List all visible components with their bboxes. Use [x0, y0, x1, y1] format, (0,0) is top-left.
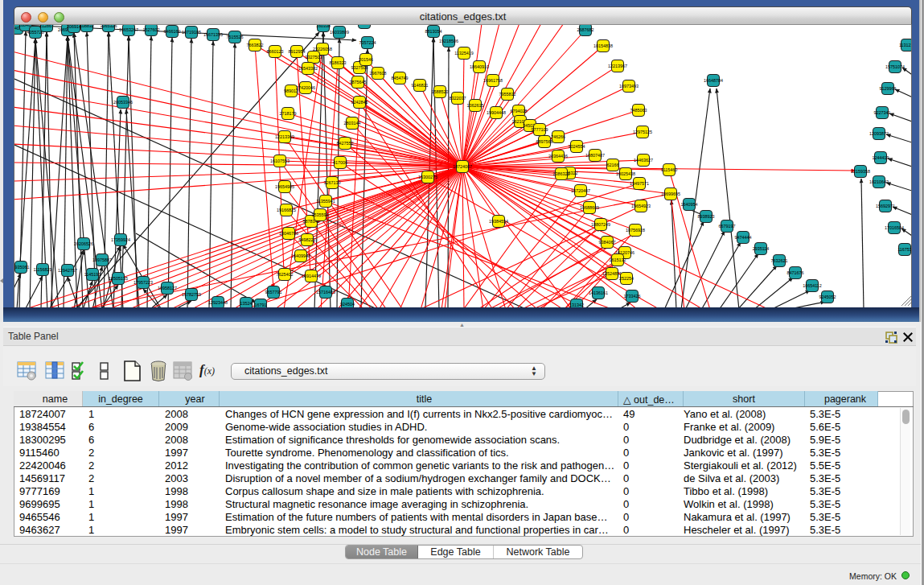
svg-text:2718179: 2718179 — [280, 111, 297, 116]
svg-text:2803144: 2803144 — [344, 121, 361, 126]
svg-text:16648784: 16648784 — [704, 78, 723, 83]
svg-text:3024554: 3024554 — [569, 144, 585, 149]
svg-text:16782759: 16782759 — [182, 292, 201, 297]
svg-text:1615132: 1615132 — [610, 257, 626, 262]
svg-text:10025438: 10025438 — [616, 171, 635, 176]
svg-text:13524: 13524 — [240, 301, 253, 306]
svg-text:20206526: 20206526 — [74, 241, 93, 246]
svg-text:1535594: 1535594 — [312, 212, 329, 217]
svg-text:212867: 212867 — [39, 25, 54, 28]
svg-text:16914479: 16914479 — [302, 274, 321, 278]
svg-text:18807249: 18807249 — [591, 222, 610, 227]
svg-text:9129966: 9129966 — [880, 86, 897, 91]
svg-text:2386322: 2386322 — [553, 171, 570, 176]
svg-text:8186323: 8186323 — [330, 60, 347, 65]
svg-text:9384067: 9384067 — [599, 240, 616, 245]
svg-text:19904448: 19904448 — [487, 110, 506, 115]
svg-text:27420046: 27420046 — [296, 85, 315, 90]
svg-text:1131211: 1131211 — [899, 43, 912, 47]
svg-text:17016504: 17016504 — [885, 225, 904, 230]
svg-text:10719185: 10719185 — [182, 30, 201, 35]
svg-text:16409948: 16409948 — [291, 253, 310, 258]
svg-text:11355941: 11355941 — [316, 199, 335, 204]
svg-text:10154838: 10154838 — [593, 43, 613, 48]
svg-text:7357224: 7357224 — [359, 40, 376, 45]
svg-text:12093872: 12093872 — [869, 131, 889, 136]
svg-text:18724007: 18724007 — [453, 164, 472, 169]
svg-text:17957223: 17957223 — [133, 280, 153, 285]
svg-text:11156829: 11156829 — [33, 267, 51, 272]
svg-text:10958127: 10958127 — [158, 286, 177, 290]
svg-text:9242845: 9242845 — [351, 100, 368, 105]
svg-text:12505135: 12505135 — [109, 276, 128, 281]
svg-text:9146821: 9146821 — [412, 83, 429, 88]
svg-text:20053346: 20053346 — [113, 100, 133, 105]
svg-text:9227341: 9227341 — [874, 110, 891, 115]
svg-text:15720407: 15720407 — [571, 188, 590, 193]
svg-text:10653267: 10653267 — [119, 27, 138, 32]
svg-text:8813054: 8813054 — [425, 29, 442, 34]
svg-text:12213369: 12213369 — [275, 134, 294, 139]
svg-text:5498222: 5498222 — [299, 237, 316, 242]
svg-text:14463627: 14463627 — [634, 158, 653, 163]
svg-text:7955812: 7955812 — [499, 92, 516, 97]
svg-text:16961758: 16961758 — [483, 78, 503, 83]
svg-text:8322037: 8322037 — [450, 96, 466, 101]
svg-text:10756928: 10756928 — [626, 228, 645, 233]
svg-text:108832: 108832 — [80, 25, 94, 28]
svg-text:746266: 746266 — [551, 134, 565, 139]
svg-text:160338: 160338 — [316, 25, 331, 28]
svg-text:10807487: 10807487 — [585, 153, 605, 158]
svg-text:18640910: 18640910 — [470, 64, 489, 69]
svg-text:7632621: 7632621 — [771, 258, 788, 263]
svg-text:12213967: 12213967 — [608, 64, 627, 68]
svg-text:8912954: 8912954 — [289, 49, 306, 54]
svg-text:1640954: 1640954 — [681, 202, 698, 207]
svg-text:9245052: 9245052 — [819, 295, 836, 299]
svg-text:10699695: 10699695 — [661, 192, 680, 196]
svg-text:12942757: 12942757 — [58, 268, 77, 273]
svg-text:9115460: 9115460 — [661, 167, 678, 172]
svg-text:10975887: 10975887 — [92, 257, 112, 262]
svg-text:8938923: 8938923 — [698, 214, 715, 219]
svg-text:417006: 417006 — [333, 160, 347, 165]
svg-text:1362615: 1362615 — [467, 103, 484, 108]
svg-text:10046786: 10046786 — [279, 231, 298, 236]
svg-text:9327503: 9327503 — [306, 55, 322, 60]
svg-text:15751074: 15751074 — [885, 64, 905, 69]
svg-text:9657791: 9657791 — [265, 290, 282, 295]
svg-text:7485063: 7485063 — [630, 108, 647, 113]
svg-text:2967608: 2967608 — [370, 71, 387, 76]
svg-text:1145193: 1145193 — [84, 272, 101, 277]
svg-text:116753: 116753 — [897, 247, 912, 252]
svg-text:15716485: 15716485 — [316, 290, 335, 295]
svg-text:1733426: 1733426 — [624, 294, 641, 299]
svg-text:62166: 62166 — [607, 163, 619, 167]
svg-text:12159358: 12159358 — [851, 169, 870, 174]
svg-text:12975125: 12975125 — [633, 130, 652, 134]
svg-text:19654985: 19654985 — [275, 184, 294, 189]
svg-text:131342: 131342 — [569, 303, 584, 307]
svg-text:201546: 201546 — [359, 57, 373, 62]
svg-text:16033809: 16033809 — [330, 30, 349, 35]
svg-text:19654923: 19654923 — [631, 204, 651, 208]
svg-text:10973493: 10973493 — [619, 84, 639, 89]
svg-text:8454749: 8454749 — [392, 76, 409, 80]
svg-text:16671355: 16671355 — [203, 32, 223, 37]
svg-text:6897568: 6897568 — [536, 139, 553, 144]
svg-text:14136161: 14136161 — [589, 290, 608, 295]
svg-text:8660123: 8660123 — [267, 49, 284, 54]
svg-text:9777109: 9777109 — [532, 127, 548, 132]
svg-text:7663822: 7663822 — [247, 43, 264, 47]
svg-text:8471676: 8471676 — [787, 270, 804, 275]
svg-text:15300275: 15300275 — [418, 175, 437, 179]
svg-text:6679197: 6679197 — [719, 224, 736, 229]
svg-text:16107553: 16107553 — [270, 159, 290, 163]
svg-text:2935114: 2935114 — [753, 246, 770, 251]
svg-text:1527602: 1527602 — [143, 27, 160, 32]
svg-text:924504: 924504 — [340, 302, 355, 307]
svg-text:20364436: 20364436 — [548, 154, 568, 159]
svg-text:2687682: 2687682 — [577, 27, 594, 32]
svg-text:12923448: 12923448 — [208, 300, 228, 305]
svg-text:11325419: 11325419 — [454, 51, 474, 56]
